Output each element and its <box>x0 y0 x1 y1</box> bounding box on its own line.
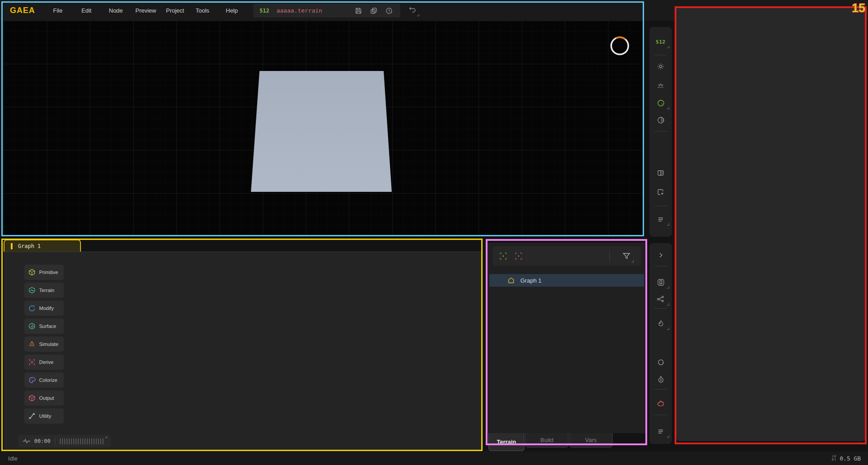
build-stopwatch-icon[interactable] <box>649 373 672 385</box>
tab-terrain[interactable]: Terrain <box>488 433 524 451</box>
document-filename: aaaaa.terrain <box>277 7 322 14</box>
app-logo: GAEA <box>10 6 35 15</box>
focus-selected-icon[interactable] <box>498 251 508 261</box>
save-copy-icon[interactable] <box>370 7 378 15</box>
explorer-toolbar <box>493 246 641 266</box>
bookmarks-icon[interactable] <box>649 276 672 288</box>
erosion-flame-icon[interactable] <box>649 318 672 329</box>
timer-value: 00:00 <box>34 438 50 444</box>
graph-tab-accent <box>11 243 13 249</box>
filter-icon[interactable] <box>622 251 631 261</box>
profiler-dot <box>106 437 107 438</box>
memory-indicator: 10 01 0.5 GB <box>832 455 861 462</box>
category-utility[interactable]: Utility <box>24 408 64 424</box>
tab-build[interactable]: Build <box>525 433 568 447</box>
graph-explorer: Graph 1 <box>487 243 647 433</box>
statusbar: Idle 10 01 0.5 GB <box>0 452 868 465</box>
terrain-plane <box>4 21 644 237</box>
category-colorize[interactable]: Colorize <box>24 372 64 388</box>
viewport-toolbar: 512 <box>649 27 672 237</box>
side-toolbar <box>649 243 672 444</box>
graph-tab[interactable]: Graph 1 <box>4 239 81 252</box>
menu-project[interactable]: Project <box>166 7 184 14</box>
category-terrain[interactable]: Terrain <box>24 283 64 298</box>
memory-icon: 10 01 <box>832 455 837 461</box>
panel-menu-icon[interactable] <box>649 425 672 437</box>
viewport-menu-icon[interactable] <box>649 213 672 225</box>
split-view-icon[interactable] <box>649 167 672 179</box>
refresh-icon[interactable] <box>649 356 672 368</box>
memory-value: 0.5 GB <box>840 455 861 462</box>
category-derive[interactable]: Derive <box>24 354 64 370</box>
render-preview-icon[interactable] <box>649 97 672 109</box>
menu-tools[interactable]: Tools <box>196 7 209 14</box>
menu-help[interactable]: Help <box>226 7 238 14</box>
engine-icon[interactable] <box>649 398 672 410</box>
pulse-icon <box>22 438 31 444</box>
category-surface[interactable]: Surface <box>24 319 64 334</box>
status-text: Idle <box>8 455 18 462</box>
node-graph-icon[interactable] <box>649 293 672 305</box>
expand-panel-icon[interactable] <box>649 249 672 261</box>
menu-edit[interactable]: Edit <box>81 7 91 14</box>
menu-file[interactable]: File <box>53 7 63 14</box>
profiler-meter <box>60 438 103 444</box>
menu-node[interactable]: Node <box>109 7 123 14</box>
viewport-3d[interactable] <box>4 21 644 237</box>
document-badge[interactable]: 512 aaaaa.terrain <box>253 4 400 18</box>
graph-list-item[interactable]: Graph 1 <box>489 274 644 287</box>
category-simulate[interactable]: Simulate <box>24 337 64 352</box>
loading-spinner <box>609 35 630 56</box>
profiler-bar[interactable]: 00:00 <box>18 435 111 447</box>
sun-icon[interactable] <box>649 61 672 72</box>
graph-item-icon <box>507 277 515 284</box>
graph-item-label: Graph 1 <box>520 277 541 284</box>
tab-vars[interactable]: Vars <box>569 433 613 447</box>
menu-preview[interactable]: Preview <box>135 7 156 14</box>
contrast-icon[interactable] <box>649 114 672 126</box>
resolution-button[interactable]: 512 <box>649 36 672 48</box>
properties-panel <box>676 6 865 441</box>
graph-tab-label: Graph 1 <box>18 243 41 249</box>
history-icon[interactable] <box>385 7 393 15</box>
resolution-badge: 512 <box>260 8 269 14</box>
graph-editor[interactable]: Primitive Terrain Modify Surface Simulat… <box>4 252 482 451</box>
gaea-window: GAEA File Edit Node Preview Project Tool… <box>0 0 868 465</box>
focus-error-icon[interactable] <box>514 251 523 261</box>
add-viewport-icon[interactable] <box>649 186 672 198</box>
undo-icon[interactable] <box>407 6 417 15</box>
category-primitive[interactable]: Primitive <box>24 265 64 280</box>
save-icon[interactable] <box>354 7 362 15</box>
category-modify[interactable]: Modify <box>24 301 64 316</box>
category-output[interactable]: Output <box>24 390 64 406</box>
sunrise-icon[interactable] <box>649 80 672 91</box>
